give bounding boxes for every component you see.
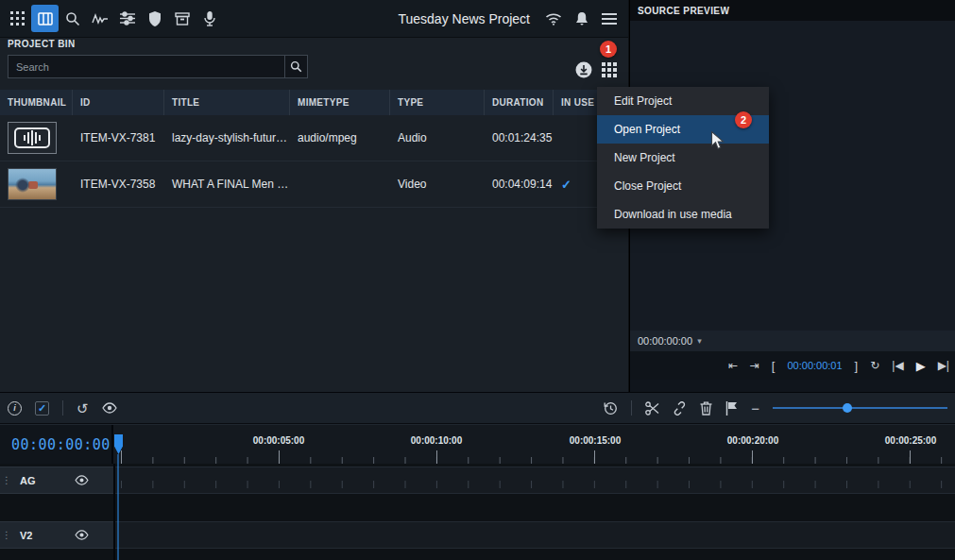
track-lane-v2[interactable]	[115, 521, 955, 549]
timeline-zoom-slider[interactable]	[773, 401, 947, 415]
playhead-timecode: 00:00:00:00	[11, 436, 111, 453]
audio-thumbnail	[8, 122, 57, 154]
track-visibility-button[interactable]	[102, 402, 117, 414]
project-bin-icon	[38, 12, 53, 25]
slider-track	[773, 407, 947, 409]
ruler-label: 00:00:20:00	[727, 435, 778, 446]
drag-handle-icon[interactable]: ⋮	[2, 530, 11, 540]
project-title: Tuesday News Project	[398, 11, 530, 26]
eye-icon	[102, 402, 117, 414]
bin-table: THUMBNAIL ID TITLE MIMETYPE TYPE DURATIO…	[0, 90, 628, 208]
project-bin-tool-button[interactable]	[31, 5, 59, 32]
delete-button[interactable]	[700, 401, 712, 416]
item-id: ITEM-VX-7381	[73, 115, 164, 161]
eye-icon	[75, 475, 89, 485]
waveform-tool-button[interactable]	[86, 5, 113, 32]
magnifier-icon	[290, 60, 302, 73]
item-mimetype	[290, 161, 390, 207]
search-tool-button[interactable]	[59, 5, 86, 32]
ruler-ticks	[113, 450, 955, 464]
step-badge-2: 2	[735, 111, 752, 128]
timeline-ruler[interactable]: 00:00:00:00 00:00:05:00 00:00:10:00 00:0…	[0, 424, 955, 464]
download-button[interactable]	[575, 61, 592, 78]
track-header-ag[interactable]: ⋮ AG	[0, 467, 113, 494]
menu-item-new-project[interactable]: New Project	[597, 144, 769, 172]
menu-item-close-project[interactable]: Close Project	[597, 172, 769, 200]
project-context-menu: Edit Project Open Project 2 New Project …	[597, 87, 769, 229]
column-header-duration[interactable]: DURATION	[485, 90, 554, 115]
search-box	[8, 55, 308, 78]
next-frame-button[interactable]: ▶|	[938, 359, 949, 372]
history-icon	[603, 400, 618, 416]
goto-out-button[interactable]: ⇥	[750, 359, 759, 372]
hamburger-menu-icon	[602, 13, 617, 25]
mouse-cursor-pointer	[710, 131, 725, 150]
track-header-v2[interactable]: ⋮ V2	[0, 521, 113, 549]
settings-sliders-button[interactable]	[113, 5, 141, 32]
info-button[interactable]: i	[8, 401, 22, 416]
marker-button[interactable]	[725, 401, 738, 416]
item-mimetype: audio/mpeg	[290, 115, 390, 161]
track-visibility-toggle[interactable]	[75, 475, 89, 485]
cut-button[interactable]	[645, 401, 659, 416]
select-check-button[interactable]: ✓	[35, 401, 49, 416]
main-menu-button[interactable]	[602, 13, 617, 25]
ruler-label: 00:00:25:00	[885, 435, 936, 446]
search-submit-button[interactable]	[284, 56, 307, 77]
search-icon	[65, 11, 80, 26]
drag-handle-icon[interactable]: ⋮	[2, 475, 11, 485]
zoom-out-button[interactable]: −	[751, 401, 759, 416]
column-header-mimetype[interactable]: MIMETYPE	[290, 90, 390, 115]
microphone-tool-button[interactable]	[196, 5, 223, 32]
slider-thumb[interactable]	[843, 403, 852, 413]
project-menu-button[interactable]	[602, 62, 617, 77]
previous-frame-button[interactable]: |◀	[892, 359, 903, 372]
item-title: WHAT A FINAL Men …	[164, 161, 290, 207]
table-row[interactable]: ITEM-VX-7381 lazy-day-stylish-futur… aud…	[0, 115, 628, 161]
ruler-label: 00:00:15:00	[570, 435, 621, 446]
track-visibility-toggle[interactable]	[75, 530, 89, 540]
column-header-thumbnail[interactable]: THUMBNAIL	[0, 90, 73, 115]
loop-button[interactable]: ↻	[870, 359, 879, 372]
search-input[interactable]	[9, 61, 284, 73]
play-button[interactable]: ▶	[916, 359, 926, 373]
item-type: Audio	[390, 115, 485, 161]
item-id: ITEM-VX-7358	[73, 161, 164, 207]
undo-button[interactable]: ↺	[77, 401, 89, 416]
sub-ticks	[115, 464, 955, 488]
history-button[interactable]	[603, 400, 618, 416]
source-transport-bar: ⇤ ⇥ [ 00:00:00:01 ] ↻ |◀ ▶ ▶|	[630, 351, 955, 380]
ruler-scale[interactable]: 00:00:05:00 00:00:10:00 00:00:15:00 00:0…	[113, 425, 955, 464]
top-status-icons	[545, 11, 617, 26]
apps-grid-button[interactable]	[4, 5, 31, 32]
archive-tool-button[interactable]	[168, 5, 196, 32]
unlink-button[interactable]	[673, 401, 687, 416]
menu-item-label: Open Project	[614, 123, 680, 136]
ruler-label: 00:00:10:00	[411, 435, 462, 446]
menu-item-open-project[interactable]: Open Project 2	[597, 115, 769, 144]
clip-duration-timecode: 00:00:00:01	[787, 360, 842, 371]
source-timecode: 00:00:00:00	[638, 335, 692, 347]
item-duration: 00:04:09:14	[485, 161, 554, 207]
bell-icon	[575, 11, 588, 26]
menu-item-download-in-use-media[interactable]: Download in use media	[597, 200, 769, 229]
column-header-title[interactable]: TITLE	[164, 90, 290, 115]
unlink-icon	[673, 401, 687, 416]
column-header-id[interactable]: ID	[73, 90, 164, 115]
mark-in-button[interactable]: [	[772, 359, 776, 373]
timeline-panel: i ✓ ↺	[0, 392, 955, 560]
mark-out-button[interactable]: ]	[855, 359, 859, 373]
app-root: Tuesday News Project PROJECT BIN	[0, 0, 955, 560]
table-row[interactable]: ITEM-VX-7358 WHAT A FINAL Men … Video 00…	[0, 161, 628, 208]
source-preview-title: SOURCE PREVIEW	[630, 0, 955, 21]
timeline-tracks: ⋮ AG ⋮ V2	[0, 464, 955, 560]
shield-tool-button[interactable]	[141, 5, 168, 32]
goto-in-button[interactable]: ⇤	[728, 359, 738, 372]
track-name: V2	[20, 530, 32, 541]
track-row-v2: ⋮ V2	[0, 521, 955, 549]
notifications-button[interactable]	[575, 11, 588, 26]
item-type: Video	[390, 161, 485, 207]
column-header-type[interactable]: TYPE	[390, 90, 485, 115]
chevron-down-icon[interactable]: ▾	[697, 336, 702, 346]
wifi-status-button[interactable]	[545, 12, 562, 25]
